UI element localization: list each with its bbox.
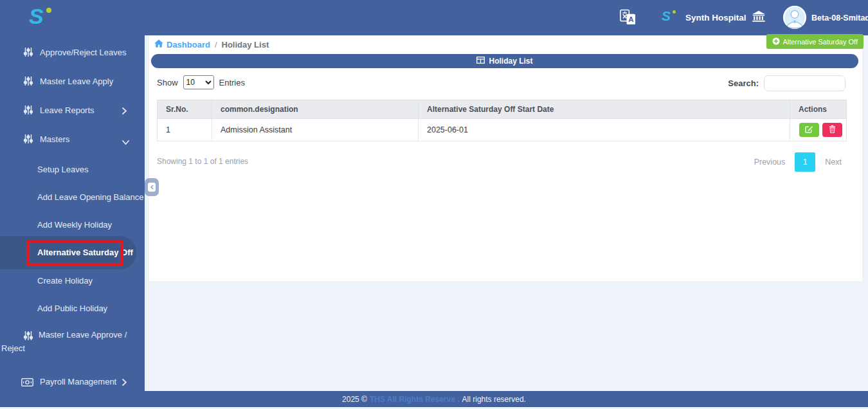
sidebar-collapse-toggle[interactable] bbox=[145, 178, 159, 196]
table-header-row: Sr.No. common.designation Alternative Sa… bbox=[158, 100, 847, 119]
sidebar-item-leave-reports[interactable]: Leave Reports bbox=[0, 103, 145, 118]
pagination-next[interactable]: Next bbox=[825, 158, 842, 167]
sidebar-item-approve-reject-leaves[interactable]: Approve/Reject Leaves bbox=[0, 45, 145, 60]
brand-logo-letter: S bbox=[29, 4, 43, 28]
user-name[interactable]: Beta-08-Smitad- bbox=[811, 14, 868, 23]
sidebar-item-setup-leaves[interactable]: Setup Leaves bbox=[0, 162, 145, 177]
app-root: S A S Synth Hospital bbox=[0, 0, 868, 409]
sidebar-item-create-holiday[interactable]: Create Holiday bbox=[0, 273, 145, 289]
entries-label: Entries bbox=[219, 78, 245, 87]
breadcrumb-current: Holiday List bbox=[222, 40, 269, 50]
cell-start-date: 2025-06-01 bbox=[419, 119, 790, 141]
panel-title: Holiday List bbox=[489, 57, 532, 66]
mini-brand-dot bbox=[673, 10, 676, 14]
home-icon bbox=[154, 39, 163, 50]
pagination-page-1[interactable]: 1 bbox=[795, 152, 815, 172]
money-icon bbox=[21, 378, 33, 388]
column-header-start-date[interactable]: Alternative Saturday Off Start Date bbox=[419, 100, 790, 119]
footer-ths-link[interactable]: THS All Rights Reserve . bbox=[370, 395, 460, 404]
sidebar-item-label: Setup Leaves bbox=[37, 165, 89, 175]
sidebar-item-alternative-saturday-off[interactable]: Alternative Saturday Off bbox=[0, 245, 145, 260]
institution-icon[interactable] bbox=[752, 10, 766, 25]
sliders-icon bbox=[23, 105, 33, 117]
holiday-table: Sr.No. common.designation Alternative Sa… bbox=[157, 100, 847, 141]
sliders-icon bbox=[23, 76, 33, 88]
table-icon bbox=[476, 57, 485, 66]
column-header-sr-no[interactable]: Sr.No. bbox=[158, 100, 212, 119]
plus-circle-icon bbox=[772, 37, 780, 46]
sidebar-item-label: Add Weekly Holiday bbox=[37, 220, 112, 230]
chevron-right-icon bbox=[122, 107, 127, 116]
sliders-icon bbox=[23, 47, 33, 59]
sidebar-item-label: Add Public Holiday bbox=[37, 304, 107, 314]
translate-icon[interactable]: A bbox=[619, 8, 637, 28]
pagination-previous[interactable]: Previous bbox=[754, 158, 786, 167]
mini-brand-logo-icon: S bbox=[662, 8, 671, 24]
chevron-left-icon bbox=[148, 183, 156, 192]
sidebar-item-label: Master Leave Apply bbox=[40, 77, 113, 87]
search-control: Search: bbox=[728, 75, 845, 91]
search-label: Search: bbox=[728, 78, 759, 88]
footer: 2025 © THS All Rights Reserve . All righ… bbox=[0, 391, 868, 407]
trash-icon bbox=[829, 125, 836, 135]
search-input[interactable] bbox=[764, 75, 845, 91]
edit-icon bbox=[805, 125, 813, 135]
sidebar-item-payroll-management[interactable]: Payroll Management bbox=[0, 374, 145, 390]
user-avatar[interactable] bbox=[783, 6, 806, 29]
chevron-down-icon bbox=[122, 137, 129, 147]
column-header-designation[interactable]: common.designation bbox=[212, 100, 419, 119]
sidebar-item-master-leave-apply[interactable]: Master Leave Apply bbox=[0, 74, 145, 89]
sidebar-item-label: Add Leave Opening Balance bbox=[37, 192, 144, 203]
sidebar-item-add-leave-opening-balance[interactable]: Add Leave Opening Balance bbox=[0, 190, 145, 205]
entries-summary: Showing 1 to 1 of 1 entries bbox=[157, 157, 248, 166]
sidebar-item-add-weekly-holiday[interactable]: Add Weekly Holiday bbox=[0, 217, 145, 233]
hospital-name: Synth Hospital bbox=[685, 13, 746, 23]
breadcrumb-dashboard-link[interactable]: Dashboard bbox=[154, 39, 210, 50]
cell-sr-no: 1 bbox=[158, 119, 212, 141]
show-label: Show bbox=[157, 78, 178, 87]
pagination: Previous 1 Next bbox=[754, 152, 842, 172]
cell-designation: Admission Assistant bbox=[212, 119, 419, 141]
table-row: 1 Admission Assistant 2025-06-01 bbox=[158, 119, 847, 141]
sidebar-item-label: Create Holiday bbox=[37, 276, 93, 286]
column-header-actions: Actions bbox=[790, 100, 847, 119]
top-bar: S A S Synth Hospital bbox=[0, 0, 868, 35]
sidebar-nav: Approve/Reject Leaves Master Leave Apply… bbox=[0, 35, 145, 391]
sidebar-item-label: Approve/Reject Leaves bbox=[40, 48, 126, 58]
sidebar-item-label: Masters bbox=[40, 134, 69, 145]
delete-button[interactable] bbox=[822, 123, 842, 137]
holiday-list-panel: Dashboard / Holiday List Holiday List Sh… bbox=[149, 35, 862, 281]
page-size-control: Show 10 Entries bbox=[157, 75, 245, 89]
sidebar-item-master-leave-approve-reject[interactable]: Master Leave Approve / Reject bbox=[0, 328, 145, 358]
footer-year: 2025 © bbox=[342, 395, 367, 404]
breadcrumb-home-label: Dashboard bbox=[167, 40, 210, 50]
panel-titlebar: Holiday List bbox=[151, 54, 858, 68]
breadcrumb-separator: / bbox=[215, 40, 217, 50]
add-button-label: Alternative Saturday Off bbox=[782, 38, 858, 46]
sidebar-item-label: Alternative Saturday Off bbox=[37, 248, 133, 258]
sidebar-item-masters[interactable]: Masters bbox=[0, 132, 145, 147]
sidebar-item-add-public-holiday[interactable]: Add Public Holiday bbox=[0, 301, 145, 316]
sidebar-item-label: Payroll Management bbox=[40, 377, 116, 387]
chevron-right-icon bbox=[122, 378, 127, 388]
add-alternative-saturday-off-button[interactable]: Alternative Saturday Off bbox=[766, 34, 863, 49]
sidebar-item-label: Master Leave Approve / Reject bbox=[1, 328, 140, 355]
footer-rights: All rights reserved. bbox=[462, 395, 526, 404]
svg-text:A: A bbox=[628, 15, 634, 23]
sliders-icon bbox=[23, 134, 33, 146]
page-size-select[interactable]: 10 bbox=[183, 75, 214, 89]
sliders-icon bbox=[23, 331, 33, 343]
brand-logo-dot bbox=[46, 8, 51, 13]
sidebar-item-label: Leave Reports bbox=[40, 105, 95, 116]
cell-actions bbox=[790, 119, 847, 141]
brand-logo[interactable]: S bbox=[29, 3, 43, 29]
breadcrumb: Dashboard / Holiday List bbox=[154, 39, 269, 50]
mini-brand-letter: S bbox=[662, 8, 671, 23]
edit-button[interactable] bbox=[799, 123, 819, 137]
